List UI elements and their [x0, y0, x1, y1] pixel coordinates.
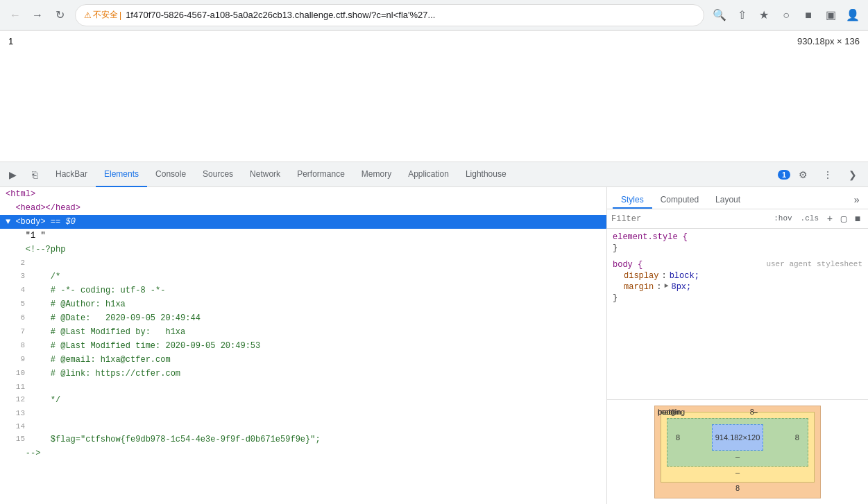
close-comment-line: -->: [0, 446, 606, 460]
tab-network[interactable]: Network: [241, 162, 289, 187]
text-1-line: "1 ": [0, 229, 606, 243]
page-size-indicator: 930.18px × 136: [797, 36, 860, 46]
toolbar-icons: 🔍 ⇧ ★ ○ ■ ▣ 👤: [710, 6, 862, 25]
extension-puzzle-icon[interactable]: ○: [776, 6, 796, 25]
padding-bottom-value: –: [673, 451, 802, 460]
tab-application[interactable]: Application: [400, 162, 457, 187]
code-line-14: 14: [0, 420, 606, 433]
display-prop: display: [624, 271, 658, 281]
user-agent-source: user agent stylesheet: [766, 260, 862, 270]
tab-lighthouse[interactable]: Lighthouse: [457, 162, 515, 187]
url-text: 1f470f70-5826-4567-a108-5a0a2c26cb13.cha…: [126, 10, 695, 20]
styles-content: element.style { } body { user agent styl…: [607, 229, 868, 399]
code-line-8: 8 # @Last Modified time: 2020-09-05 20:4…: [0, 339, 606, 353]
code-line-5: 5 # @Author: h1xa: [0, 297, 606, 311]
hov-filter-btn[interactable]: :hov: [770, 213, 795, 225]
display-prop-line: display : block;: [613, 270, 862, 281]
element-style-rule: element.style { }: [613, 232, 862, 254]
code-line-3: 3 /*: [0, 270, 606, 284]
address-bar[interactable]: ⚠ 不安全 | 1f470f70-5826-4567-a108-5a0a2c26…: [75, 4, 704, 26]
share-icon[interactable]: ⇧: [732, 6, 751, 25]
margin-prop: margin: [624, 282, 654, 292]
forward-button[interactable]: →: [28, 6, 47, 25]
margin-bottom-value: 8: [661, 483, 815, 492]
add-style-icon[interactable]: +: [824, 213, 836, 225]
border-bottom-value: –: [667, 467, 808, 476]
more-options-icon[interactable]: ⋮: [818, 165, 837, 184]
security-warning: ⚠ 不安全 |: [84, 9, 121, 21]
element-style-selector: element.style {: [613, 232, 688, 242]
box-model-section: margin 8 border – padding –: [607, 399, 868, 504]
code-line-7: 7 # @Last Modified by: h1xa: [0, 325, 606, 339]
computed-style-icon[interactable]: ▢: [837, 213, 850, 225]
subtab-computed[interactable]: Computed: [652, 192, 707, 209]
filter-bar: :hov .cls + ▢ ■: [607, 209, 868, 229]
code-line-2: 2: [0, 257, 606, 270]
security-label: 不安全: [93, 9, 118, 21]
box-padding: padding – 8 914.182×120 8: [667, 418, 808, 467]
display-value: block;: [670, 271, 699, 281]
margin-value: 8px;: [671, 282, 691, 292]
reload-button[interactable]: ↻: [50, 6, 69, 25]
more-subtabs-icon[interactable]: »: [851, 192, 862, 209]
box-border: border – padding – 8 914.182×120: [661, 412, 815, 483]
subtab-styles[interactable]: Styles: [613, 192, 652, 209]
body-tag-line[interactable]: ▼ <body> == $0: [0, 215, 606, 229]
nav-buttons: ← → ↻: [6, 6, 69, 25]
chat-badge: 1: [778, 170, 790, 180]
search-icon[interactable]: 🔍: [710, 6, 729, 25]
devtools-body: <html> <head></head> ▼ <body> == $0 "1 "…: [0, 187, 868, 504]
styles-subtabs: Styles Computed Layout »: [607, 187, 868, 209]
browser-chrome: ← → ↻ ⚠ 不安全 | 1f470f70-5826-4567-a108-5a…: [0, 0, 868, 31]
tab-elements[interactable]: Elements: [96, 162, 147, 187]
profile-icon[interactable]: 👤: [843, 6, 862, 25]
back-button[interactable]: ←: [6, 6, 25, 25]
code-line-6: 6 # @Date: 2020-09-05 20:49:44: [0, 311, 606, 325]
tab-sources[interactable]: Sources: [194, 162, 241, 187]
code-line-15: 15 $flag="ctfshow{fe9db978-1c54-4e3e-9f9…: [0, 433, 606, 446]
devtools-tab-bar: ▶ ⎗ HackBar Elements Console Sources Net…: [0, 162, 868, 187]
code-line-9: 9 # @email: h1xa@ctfer.com: [0, 353, 606, 367]
padding-top-value: –: [753, 408, 757, 416]
right-margin-value: 8: [792, 433, 802, 442]
box-content: 914.182×120: [712, 424, 764, 451]
box-model-container: margin 8 border – padding –: [654, 406, 821, 498]
padding-label: padding: [658, 408, 685, 416]
body-selector: body {: [613, 260, 643, 270]
filter-input[interactable]: [611, 214, 767, 224]
bookmark-icon[interactable]: ★: [754, 6, 774, 25]
code-line-11: 11: [0, 381, 606, 394]
devtools-extension-icon[interactable]: ■: [799, 6, 818, 25]
close-devtools-icon[interactable]: ❯: [843, 165, 862, 184]
filter-buttons: :hov .cls + ▢ ■: [770, 213, 864, 225]
tab-console[interactable]: Console: [147, 162, 194, 187]
tab-memory[interactable]: Memory: [353, 162, 400, 187]
code-line-4: 4 # -*- coding: utf-8 -*-: [0, 284, 606, 297]
device-toolbar-icon[interactable]: ⎗: [25, 165, 44, 184]
php-comment-line: <!--?php: [0, 243, 606, 257]
box-margin: margin 8 border – padding –: [654, 406, 821, 498]
cls-filter-btn[interactable]: .cls: [797, 213, 822, 225]
margin-expand-arrow[interactable]: ►: [664, 282, 668, 292]
settings-icon[interactable]: ⚙: [793, 165, 812, 184]
select-element-icon[interactable]: ▶: [3, 165, 22, 184]
code-line-13: 13: [0, 407, 606, 420]
code-line-10: 10 # @link: https://ctfer.com: [0, 367, 606, 381]
html-tag-line: <html>: [0, 187, 606, 201]
tab-hackbar[interactable]: HackBar: [47, 162, 96, 187]
body-style-rule: body { user agent stylesheet display : b…: [613, 259, 862, 304]
box-row: 8 914.182×120 8: [673, 424, 802, 451]
head-tag-line: <head></head>: [0, 201, 606, 215]
devtools-right-toolbar: 1 ⚙ ⋮ ❯: [778, 165, 865, 184]
subtab-layout[interactable]: Layout: [707, 192, 749, 209]
devtools-panel: ▶ ⎗ HackBar Elements Console Sources Net…: [0, 162, 868, 504]
page-content: 1 930.18px × 136: [0, 31, 868, 162]
left-margin-value: 8: [673, 433, 683, 442]
styles-panel: Styles Computed Layout » :hov .cls + ▢ ■: [607, 187, 868, 504]
window-icon[interactable]: ▣: [821, 6, 840, 25]
tab-performance[interactable]: Performance: [289, 162, 353, 187]
elements-panel: <html> <head></head> ▼ <body> == $0 "1 "…: [0, 187, 607, 504]
margin-prop-line: margin : ► 8px;: [613, 281, 862, 293]
toggle-style-icon[interactable]: ■: [851, 213, 864, 225]
page-number: 1: [8, 36, 13, 46]
